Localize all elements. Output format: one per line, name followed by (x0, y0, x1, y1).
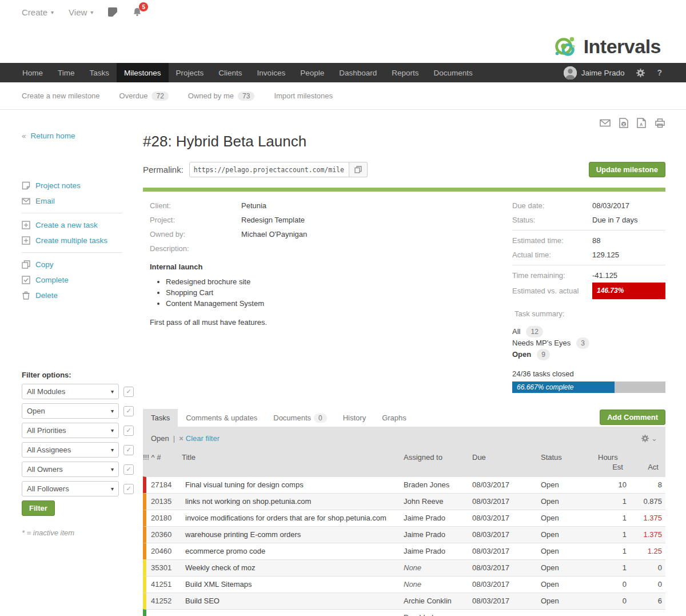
task-row[interactable]: 27184 Final visual tuning for design com… (143, 476, 665, 493)
task-title[interactable]: ecommerce promo code (185, 543, 404, 559)
tab-graphs[interactable]: Graphs (374, 409, 414, 427)
task-id[interactable]: 35301 (146, 560, 185, 576)
filter-select[interactable]: All Followers ▾ (22, 481, 119, 496)
summary-open-link[interactable]: Open 9 (512, 349, 665, 360)
task-row[interactable]: 41251 Build XML Sitemaps None 08/03/2017… (143, 576, 665, 593)
task-title[interactable]: warehouse printing E-comm orders (185, 527, 404, 543)
actual-time-label: Actual time: (512, 248, 592, 262)
task-id[interactable]: 20180 (146, 510, 185, 526)
nav-item[interactable]: Projects (169, 63, 212, 82)
view-menu[interactable]: View ▾ (69, 7, 93, 17)
task-title[interactable]: Build XML Sitemaps (185, 577, 404, 593)
task-row[interactable]: 20180 invoice modifications for orders t… (143, 510, 665, 526)
save-filter-checkbox-icon[interactable]: ✓ (123, 445, 134, 455)
pdf-export-icon[interactable]: A (637, 118, 646, 128)
filter-select[interactable]: All Assignees ▾ (22, 442, 119, 458)
title-header[interactable]: Title (182, 452, 404, 463)
task-title[interactable]: links not working on shop.petunia.com (185, 494, 404, 510)
copy-link[interactable]: Copy (22, 257, 122, 272)
task-row[interactable]: 20360 warehouse printing E-comm orders J… (143, 526, 665, 543)
summary-needs-eyes-link[interactable]: Needs MP's Eyes 3 (512, 337, 665, 349)
nav-item[interactable]: Dashboard (332, 63, 384, 82)
save-filter-checkbox-icon[interactable]: ✓ (123, 464, 134, 475)
update-milestone-button[interactable]: Update milestone (589, 162, 665, 177)
task-assigned: John Reeve (404, 494, 472, 510)
save-filter-checkbox-icon[interactable]: ✓ (123, 426, 134, 436)
create-new-task-link[interactable]: Create a new task (22, 217, 122, 233)
assigned-header[interactable]: Assigned to (404, 452, 472, 463)
summary-all-link[interactable]: All 12 (512, 326, 665, 337)
estimated-vs-actual-badge: 146.73% (592, 283, 665, 299)
task-id[interactable]: 41252 (146, 593, 185, 609)
task-title[interactable]: Final visual tuning for design comps (185, 477, 404, 493)
filter-select[interactable]: Open ▾ (22, 403, 119, 419)
task-title[interactable]: Weekly check of moz (185, 560, 404, 576)
task-row[interactable]: 35301 Weekly check of moz None 08/03/201… (143, 559, 665, 576)
add-comment-button[interactable]: Add Comment (600, 410, 665, 425)
user-menu[interactable]: Jaime Prado (564, 66, 625, 80)
tab-comments[interactable]: Comments & updates (178, 409, 265, 427)
delete-link[interactable]: Delete (22, 288, 122, 303)
priority-sort-header[interactable]: !!! ^ # (143, 452, 182, 463)
nav-item[interactable]: Clients (211, 63, 249, 82)
due-header[interactable]: Due (472, 452, 541, 463)
notifications-bell[interactable]: 5 (132, 7, 142, 17)
clear-filter-link[interactable]: Clear filter (186, 434, 220, 443)
copy-permalink-button[interactable] (349, 162, 368, 177)
notes-icon[interactable] (108, 7, 117, 17)
task-row[interactable]: 20135 links not working on shop.petunia.… (143, 493, 665, 510)
status-header[interactable]: Status (541, 452, 598, 463)
table-options-menu[interactable]: ⌄ (641, 434, 657, 443)
subnav-import-milestones[interactable]: Import milestones (274, 92, 333, 100)
tab-history[interactable]: History (335, 409, 374, 427)
print-icon[interactable] (655, 118, 665, 128)
save-filter-checkbox-icon[interactable]: ✓ (123, 387, 134, 397)
task-id[interactable]: 41251 (146, 577, 185, 593)
permalink-input[interactable] (189, 162, 349, 177)
task-title[interactable]: Build SEO (185, 593, 404, 609)
overdue-count-badge: 72 (151, 92, 168, 101)
task-id[interactable]: 20135 (146, 494, 185, 510)
project-notes-link[interactable]: Project notes (22, 178, 122, 193)
subnav-owned-by-me[interactable]: Owned by me 73 (188, 92, 255, 101)
nav-item[interactable]: Time (50, 63, 82, 82)
task-id[interactable]: 27184 (146, 477, 185, 493)
subnav-overdue[interactable]: Overdue 72 (119, 92, 169, 101)
chevron-down-icon: ▾ (51, 9, 54, 15)
nav-item[interactable]: Milestones (117, 63, 169, 82)
filter-button[interactable]: Filter (22, 500, 55, 516)
nav-item[interactable]: People (293, 63, 332, 82)
task-title[interactable]: invoice modifications for orders that ar… (185, 510, 404, 526)
tab-tasks[interactable]: Tasks (143, 409, 178, 427)
filter-select[interactable]: All Priorities ▾ (22, 423, 119, 438)
create-multiple-tasks-link[interactable]: Create multiple tasks (22, 233, 122, 248)
save-filter-checkbox-icon[interactable]: ✓ (123, 484, 134, 494)
create-menu[interactable]: Create ▾ (22, 7, 54, 17)
nav-item[interactable]: Invoices (250, 63, 293, 82)
excel-export-icon[interactable]: X (619, 118, 628, 128)
email-link[interactable]: Email (22, 193, 122, 209)
nav-item[interactable]: Reports (384, 63, 426, 82)
task-row[interactable]: 20460 ecommerce promo code Jaime Prado 0… (143, 543, 665, 559)
task-act-hours: 0 (630, 577, 665, 593)
tab-documents[interactable]: Documents0 (265, 409, 334, 427)
task-est-hours: 0 (598, 577, 630, 593)
task-row[interactable]: 23064 Invoice and Close Project Dumbledo… (143, 609, 665, 616)
save-filter-checkbox-icon[interactable]: ✓ (123, 406, 134, 416)
nav-item[interactable]: Documents (426, 63, 480, 82)
settings-gear-icon[interactable] (636, 68, 645, 78)
subnav-create-milestone[interactable]: Create a new milestone (22, 92, 100, 100)
task-act-hours: 6 (630, 593, 665, 609)
filter-select[interactable]: All Owners ▾ (22, 462, 119, 477)
nav-item[interactable]: Home (15, 63, 50, 82)
nav-item[interactable]: Tasks (82, 63, 117, 82)
help-icon[interactable]: ? (657, 68, 662, 77)
task-id[interactable]: 20360 (146, 527, 185, 543)
task-assigned: Jaime Prado (404, 510, 472, 526)
email-export-icon[interactable] (600, 118, 611, 128)
filter-select[interactable]: All Modules ▾ (22, 384, 119, 399)
task-row[interactable]: 41252 Build SEO Archie Conklin 08/03/201… (143, 593, 665, 609)
complete-link[interactable]: Complete (22, 272, 122, 288)
task-id[interactable]: 20460 (146, 543, 185, 559)
return-home-link[interactable]: Return home (31, 132, 75, 140)
